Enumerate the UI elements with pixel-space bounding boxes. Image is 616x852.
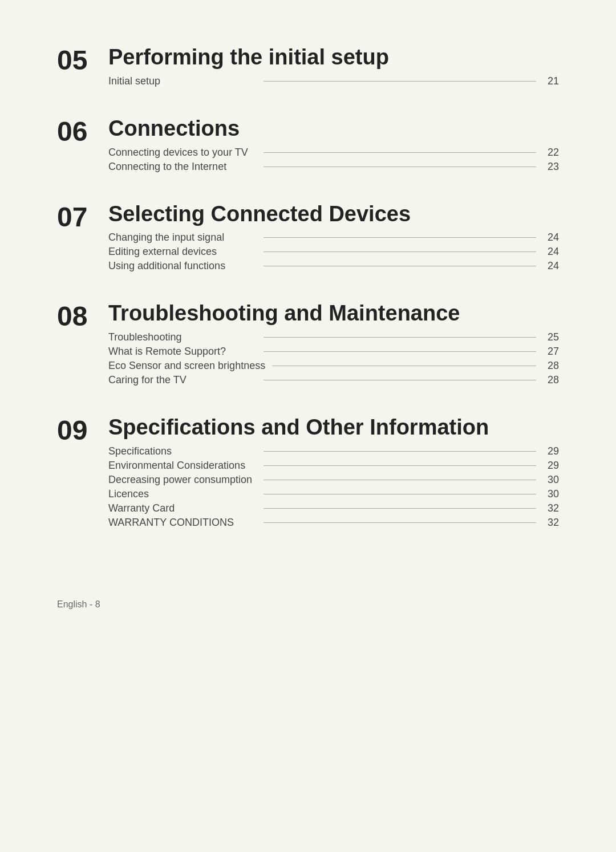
toc-dots-2-0 <box>264 237 536 238</box>
toc-dots-4-3 <box>264 494 536 494</box>
toc-row-4-0[interactable]: Specifications29 <box>108 445 559 457</box>
toc-dots-4-2 <box>264 480 536 480</box>
toc-row-4-5[interactable]: WARRANTY CONDITIONS32 <box>108 517 559 529</box>
section-08: 08Troubleshooting and MaintenanceTrouble… <box>57 302 559 388</box>
section-title-3: Troubleshooting and Maintenance <box>108 302 559 326</box>
toc-label-3-0: Troubleshooting <box>108 331 257 343</box>
toc-dots-3-0 <box>264 337 536 338</box>
section-content-2: Selecting Connected DevicesChanging the … <box>108 202 559 275</box>
section-content-4: Specifications and Other InformationSpec… <box>108 416 559 531</box>
toc-label-2-1: Editing external devices <box>108 246 257 258</box>
toc-row-3-3[interactable]: Caring for the TV28 <box>108 374 559 386</box>
toc-page-4-1: 29 <box>543 460 559 472</box>
section-number-3: 08 <box>57 302 108 388</box>
toc-label-4-4: Warranty Card <box>108 502 257 514</box>
section-content-3: Troubleshooting and MaintenanceTroublesh… <box>108 302 559 388</box>
toc-page-3-3: 28 <box>543 374 559 386</box>
toc-page-3-0: 25 <box>543 331 559 343</box>
section-content-0: Performing the initial setupInitial setu… <box>108 46 559 90</box>
toc-dots-1-0 <box>264 152 536 153</box>
section-title-1: Connections <box>108 117 559 141</box>
toc-page-4-5: 32 <box>543 517 559 529</box>
toc-page-4-2: 30 <box>543 474 559 486</box>
section-09: 09Specifications and Other InformationSp… <box>57 416 559 531</box>
toc-dots-2-1 <box>264 251 536 252</box>
toc-page-4-4: 32 <box>543 502 559 514</box>
toc-page-3-1: 27 <box>543 346 559 358</box>
toc-label-4-0: Specifications <box>108 445 257 457</box>
toc-page-2-1: 24 <box>543 246 559 258</box>
toc-dots-3-3 <box>264 380 536 380</box>
section-title-4: Specifications and Other Information <box>108 416 559 440</box>
section-number-1: 06 <box>57 117 108 175</box>
section-title-2: Selecting Connected Devices <box>108 202 559 226</box>
section-title-0: Performing the initial setup <box>108 46 559 70</box>
toc-dots-3-2 <box>272 366 536 366</box>
toc-page-3-2: 28 <box>543 360 559 372</box>
footer-label: English - 8 <box>57 599 559 610</box>
toc-row-2-1[interactable]: Editing external devices24 <box>108 246 559 258</box>
toc-label-4-2: Decreasing power consumption <box>108 474 257 486</box>
toc-page-2-0: 24 <box>543 232 559 244</box>
toc-label-4-1: Environmental Considerations <box>108 460 257 472</box>
section-06: 06ConnectionsConnecting devices to your … <box>57 117 559 175</box>
toc-row-1-1[interactable]: Connecting to the Internet23 <box>108 161 559 173</box>
section-number-4: 09 <box>57 416 108 531</box>
toc-row-4-4[interactable]: Warranty Card32 <box>108 502 559 514</box>
toc-dots-2-2 <box>264 266 536 266</box>
toc-label-4-3: Licences <box>108 488 257 500</box>
toc-row-4-3[interactable]: Licences30 <box>108 488 559 500</box>
toc-label-0-0: Initial setup <box>108 75 257 87</box>
toc-row-2-0[interactable]: Changing the input signal24 <box>108 232 559 244</box>
toc-dots-4-5 <box>264 522 536 523</box>
toc-page-1-1: 23 <box>543 161 559 173</box>
toc-row-2-2[interactable]: Using additional functions24 <box>108 260 559 272</box>
toc-label-4-5: WARRANTY CONDITIONS <box>108 517 257 529</box>
toc-page-4-3: 30 <box>543 488 559 500</box>
toc-dots-4-1 <box>264 465 536 466</box>
toc-page-0-0: 21 <box>543 75 559 87</box>
toc-label-2-2: Using additional functions <box>108 260 257 272</box>
toc-page-4-0: 29 <box>543 445 559 457</box>
section-number-2: 07 <box>57 202 108 275</box>
toc-page-1-0: 22 <box>543 147 559 159</box>
toc-label-2-0: Changing the input signal <box>108 232 257 244</box>
toc-page-2-2: 24 <box>543 260 559 272</box>
toc-row-3-1[interactable]: What is Remote Support?27 <box>108 346 559 358</box>
toc-dots-4-0 <box>264 451 536 452</box>
toc-label-3-1: What is Remote Support? <box>108 346 257 358</box>
section-number-0: 05 <box>57 46 108 90</box>
toc-dots-3-1 <box>264 351 536 352</box>
section-content-1: ConnectionsConnecting devices to your TV… <box>108 117 559 175</box>
toc-row-4-1[interactable]: Environmental Considerations29 <box>108 460 559 472</box>
toc-row-3-0[interactable]: Troubleshooting25 <box>108 331 559 343</box>
toc-dots-0-0 <box>264 81 536 82</box>
toc-row-0-0[interactable]: Initial setup21 <box>108 75 559 87</box>
toc-label-3-2: Eco Sensor and screen brightness <box>108 360 265 372</box>
toc-label-3-3: Caring for the TV <box>108 374 257 386</box>
toc-row-4-2[interactable]: Decreasing power consumption30 <box>108 474 559 486</box>
toc-dots-4-4 <box>264 508 536 509</box>
toc-label-1-0: Connecting devices to your TV <box>108 147 257 159</box>
section-07: 07Selecting Connected DevicesChanging th… <box>57 202 559 275</box>
toc-row-1-0[interactable]: Connecting devices to your TV22 <box>108 147 559 159</box>
toc-row-3-2[interactable]: Eco Sensor and screen brightness28 <box>108 360 559 372</box>
section-05: 05Performing the initial setupInitial se… <box>57 46 559 90</box>
toc-label-1-1: Connecting to the Internet <box>108 161 257 173</box>
toc-dots-1-1 <box>264 167 536 167</box>
